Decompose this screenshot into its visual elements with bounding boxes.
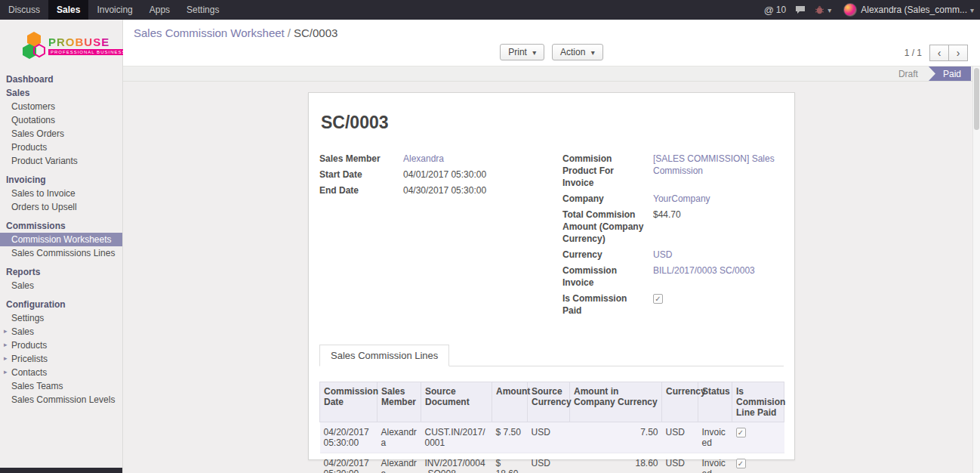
commission-lines-table: Commission Date Sales Member Source Docu… — [319, 382, 784, 473]
currency-link[interactable]: USD — [653, 249, 672, 261]
col-amount-company-currency[interactable]: Amount in Company Currency — [570, 382, 662, 422]
print-button[interactable]: Print ▾ — [500, 44, 544, 60]
sidebar-item-config-sales[interactable]: ▸ Sales — [0, 325, 122, 339]
cell-currency: USD — [662, 453, 698, 473]
sidebar-item-sales[interactable]: Sales — [0, 86, 122, 100]
caret-right-icon: ▸ — [4, 354, 8, 362]
breadcrumb-parent-link[interactable]: Sales Commission Worksheet — [134, 26, 285, 39]
sidebar-item-commissions[interactable]: Commissions — [0, 219, 122, 233]
user-name: Alexandra (Sales_comm... — [861, 5, 967, 15]
sidebar-item-customers[interactable]: Customers — [0, 100, 122, 113]
is-commission-paid-checkbox: ✓ — [653, 294, 663, 304]
caret-down-icon: ▾ — [532, 48, 536, 57]
tab-bar: Sales Commission Lines — [319, 345, 784, 366]
sidebar-item-reports[interactable]: Reports — [0, 265, 122, 279]
sidebar-item-products[interactable]: Products — [0, 141, 122, 154]
sidebar-item-label: Sales — [11, 326, 34, 337]
sidebar-item-commission-worksheets[interactable]: Commission Worksheets — [0, 233, 122, 246]
field-company: Company YourCompany — [562, 193, 784, 205]
table-row[interactable]: 04/20/2017 05:30:00 Alexandra INV/2017/0… — [320, 453, 784, 473]
end-date-value: 04/30/2017 05:30:00 — [403, 184, 486, 196]
sidebar-item-invoicing[interactable]: Invoicing — [0, 173, 122, 187]
status-step-paid[interactable]: Paid — [929, 66, 971, 81]
commission-invoice-link[interactable]: BILL/2017/0003 SC/0003 — [653, 264, 755, 277]
user-menu[interactable]: Alexandra (Sales_comm... ▾ — [836, 3, 974, 17]
cell-commission-date: 04/20/2017 05:30:00 — [320, 422, 378, 453]
sidebar-item-quotations[interactable]: Quotations — [0, 113, 122, 127]
sidebar-item-reports-sales[interactable]: Sales — [0, 279, 122, 292]
col-source-document[interactable]: Source Document — [421, 382, 492, 422]
sidebar-item-sales-to-invoice[interactable]: Sales to Invoice — [0, 187, 122, 200]
mentions-menu[interactable]: @ 10 — [764, 5, 787, 16]
at-icon: @ — [764, 5, 774, 16]
status-strip: Draft Paid — [123, 66, 980, 82]
cell-amount: $ 18.60 — [492, 453, 528, 473]
field-label: Currency — [562, 249, 653, 261]
app-menu: Discuss Sales Invoicing Apps Settings — [0, 0, 227, 20]
menu-invoicing[interactable]: Invoicing — [88, 0, 140, 20]
start-date-value: 04/01/2017 05:30:00 — [403, 168, 486, 181]
tab-sales-commission-lines[interactable]: Sales Commission Lines — [319, 345, 449, 366]
status-step-draft[interactable]: Draft — [888, 66, 929, 81]
notebook: Sales Commission Lines Commission Date S… — [319, 345, 784, 473]
topbar-right: @ 10 ▾ Alexandra (Sales_comm... ▾ — [755, 0, 980, 20]
scrollbar[interactable] — [972, 66, 980, 473]
sidebar-item-orders-to-upsell[interactable]: Orders to Upsell — [0, 200, 122, 214]
cell-amount: $ 7.50 — [492, 422, 528, 453]
menu-apps[interactable]: Apps — [141, 0, 178, 20]
field-start-date: Start Date 04/01/2017 05:30:00 — [319, 168, 546, 181]
record-title: SC/0003 — [321, 113, 784, 133]
sidebar-item-settings[interactable]: Settings — [0, 311, 122, 325]
col-is-commission-line-paid[interactable]: Is Commision Line Paid — [732, 382, 784, 422]
sidebar-item-product-variants[interactable]: Product Variants — [0, 154, 122, 168]
company-logo: PROBUSE PROFESSIONAL BUSINESS — [0, 20, 122, 68]
field-label: Sales Member — [319, 153, 403, 165]
pager: 1 / 1 ‹ › — [904, 45, 968, 61]
pager-next-button[interactable]: › — [948, 45, 968, 61]
field-commission-invoice: Commission Invoice BILL/2017/0003 SC/000… — [562, 264, 784, 289]
cell-line-paid: ✓ — [732, 453, 784, 473]
scrollbar-thumb[interactable] — [974, 68, 979, 130]
cell-currency: USD — [662, 422, 698, 453]
menu-sales[interactable]: Sales — [48, 0, 88, 20]
col-status[interactable]: Status — [698, 382, 732, 422]
col-currency[interactable]: Currency — [662, 382, 698, 422]
table-row[interactable]: 04/20/2017 05:30:00 Alexandra CUST.IN/20… — [320, 422, 784, 453]
debug-menu[interactable]: ▾ — [815, 5, 831, 14]
col-commission-date[interactable]: Commission Date — [320, 382, 378, 422]
sales-member-link[interactable]: Alexandra — [403, 153, 444, 165]
action-button[interactable]: Action ▾ — [552, 44, 603, 60]
sidebar-item-dashboard[interactable]: Dashboard — [0, 73, 122, 86]
line-paid-checkbox: ✓ — [736, 428, 746, 437]
sidebar-item-sales-orders[interactable]: Sales Orders — [0, 127, 122, 141]
sidebar-item-pricelists[interactable]: ▸ Pricelists — [0, 352, 122, 366]
sidebar-item-contacts[interactable]: ▸ Contacts — [0, 366, 122, 379]
menu-settings[interactable]: Settings — [178, 0, 227, 20]
caret-down-icon: ▾ — [970, 6, 974, 14]
sidebar-item-sales-commission-levels[interactable]: Sales Commission Levels — [0, 393, 122, 407]
field-label: End Date — [319, 184, 403, 196]
form-sheet: SC/0003 Sales Member Alexandra Start Dat… — [308, 92, 795, 460]
breadcrumb-separator: / — [288, 26, 291, 39]
commission-product-link[interactable]: [SALES COMMISSION] Sales Commission — [653, 153, 784, 177]
pager-previous-button[interactable]: ‹ — [929, 45, 949, 61]
cell-company-amount: 18.60 — [570, 453, 662, 473]
check-icon: ✓ — [655, 295, 661, 303]
col-amount[interactable]: Amount — [492, 382, 528, 422]
cell-status: Invoiced — [698, 422, 732, 453]
sidebar-item-config-products[interactable]: ▸ Products — [0, 339, 122, 352]
col-sales-member[interactable]: Sales Member — [378, 382, 421, 422]
messages-menu[interactable] — [795, 5, 806, 14]
sidebar-item-sales-commissions-lines[interactable]: Sales Commissions Lines — [0, 246, 122, 260]
caret-right-icon: ▸ — [4, 341, 8, 348]
action-button-label: Action — [560, 47, 585, 57]
total-commission-value: $44.70 — [653, 209, 681, 221]
cell-company-amount: 7.50 — [570, 422, 662, 453]
sidebar-item-configuration[interactable]: Configuration — [0, 298, 122, 311]
menu-discuss[interactable]: Discuss — [0, 0, 48, 20]
sidebar-item-sales-teams[interactable]: Sales Teams — [0, 379, 122, 393]
company-link[interactable]: YourCompany — [653, 193, 710, 205]
form-left-column: Sales Member Alexandra Start Date 04/01/… — [319, 153, 546, 320]
caret-right-icon: ▸ — [4, 368, 8, 376]
col-source-currency[interactable]: Source Currency — [528, 382, 570, 422]
